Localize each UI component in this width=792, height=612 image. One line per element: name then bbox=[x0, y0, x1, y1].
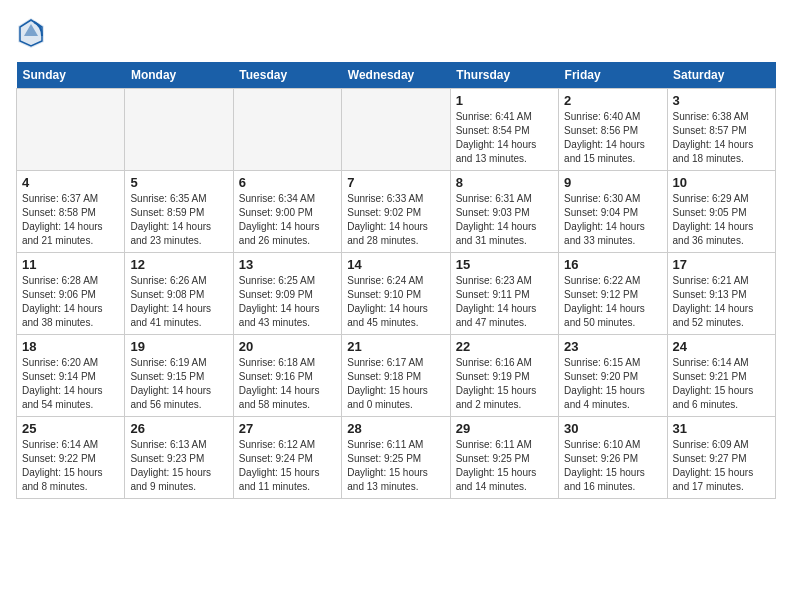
day-info: Sunrise: 6:24 AMSunset: 9:10 PMDaylight:… bbox=[347, 274, 444, 330]
calendar-day-cell: 28Sunrise: 6:11 AMSunset: 9:25 PMDayligh… bbox=[342, 417, 450, 499]
day-number: 31 bbox=[673, 421, 770, 436]
calendar-day-cell bbox=[125, 89, 233, 171]
day-of-week-header: Saturday bbox=[667, 62, 775, 89]
day-number: 8 bbox=[456, 175, 553, 190]
day-number: 12 bbox=[130, 257, 227, 272]
day-number: 18 bbox=[22, 339, 119, 354]
day-info: Sunrise: 6:38 AMSunset: 8:57 PMDaylight:… bbox=[673, 110, 770, 166]
day-number: 28 bbox=[347, 421, 444, 436]
day-info: Sunrise: 6:21 AMSunset: 9:13 PMDaylight:… bbox=[673, 274, 770, 330]
day-number: 29 bbox=[456, 421, 553, 436]
day-info: Sunrise: 6:34 AMSunset: 9:00 PMDaylight:… bbox=[239, 192, 336, 248]
calendar-day-cell: 27Sunrise: 6:12 AMSunset: 9:24 PMDayligh… bbox=[233, 417, 341, 499]
day-number: 30 bbox=[564, 421, 661, 436]
calendar-day-cell: 30Sunrise: 6:10 AMSunset: 9:26 PMDayligh… bbox=[559, 417, 667, 499]
logo-icon bbox=[16, 16, 46, 50]
day-number: 26 bbox=[130, 421, 227, 436]
calendar-day-cell: 22Sunrise: 6:16 AMSunset: 9:19 PMDayligh… bbox=[450, 335, 558, 417]
day-of-week-header: Sunday bbox=[17, 62, 125, 89]
calendar-day-cell: 18Sunrise: 6:20 AMSunset: 9:14 PMDayligh… bbox=[17, 335, 125, 417]
day-info: Sunrise: 6:30 AMSunset: 9:04 PMDaylight:… bbox=[564, 192, 661, 248]
calendar-header-row: SundayMondayTuesdayWednesdayThursdayFrid… bbox=[17, 62, 776, 89]
day-info: Sunrise: 6:33 AMSunset: 9:02 PMDaylight:… bbox=[347, 192, 444, 248]
day-of-week-header: Friday bbox=[559, 62, 667, 89]
calendar-week-row: 25Sunrise: 6:14 AMSunset: 9:22 PMDayligh… bbox=[17, 417, 776, 499]
day-info: Sunrise: 6:16 AMSunset: 9:19 PMDaylight:… bbox=[456, 356, 553, 412]
day-info: Sunrise: 6:23 AMSunset: 9:11 PMDaylight:… bbox=[456, 274, 553, 330]
day-info: Sunrise: 6:18 AMSunset: 9:16 PMDaylight:… bbox=[239, 356, 336, 412]
calendar-day-cell: 7Sunrise: 6:33 AMSunset: 9:02 PMDaylight… bbox=[342, 171, 450, 253]
calendar-day-cell: 20Sunrise: 6:18 AMSunset: 9:16 PMDayligh… bbox=[233, 335, 341, 417]
day-info: Sunrise: 6:19 AMSunset: 9:15 PMDaylight:… bbox=[130, 356, 227, 412]
calendar-day-cell: 29Sunrise: 6:11 AMSunset: 9:25 PMDayligh… bbox=[450, 417, 558, 499]
calendar-day-cell: 21Sunrise: 6:17 AMSunset: 9:18 PMDayligh… bbox=[342, 335, 450, 417]
day-number: 27 bbox=[239, 421, 336, 436]
calendar-day-cell bbox=[342, 89, 450, 171]
calendar-day-cell: 25Sunrise: 6:14 AMSunset: 9:22 PMDayligh… bbox=[17, 417, 125, 499]
day-info: Sunrise: 6:13 AMSunset: 9:23 PMDaylight:… bbox=[130, 438, 227, 494]
day-number: 16 bbox=[564, 257, 661, 272]
day-info: Sunrise: 6:40 AMSunset: 8:56 PMDaylight:… bbox=[564, 110, 661, 166]
calendar-day-cell: 16Sunrise: 6:22 AMSunset: 9:12 PMDayligh… bbox=[559, 253, 667, 335]
day-info: Sunrise: 6:29 AMSunset: 9:05 PMDaylight:… bbox=[673, 192, 770, 248]
day-number: 25 bbox=[22, 421, 119, 436]
day-info: Sunrise: 6:14 AMSunset: 9:21 PMDaylight:… bbox=[673, 356, 770, 412]
calendar-day-cell: 13Sunrise: 6:25 AMSunset: 9:09 PMDayligh… bbox=[233, 253, 341, 335]
calendar-day-cell: 19Sunrise: 6:19 AMSunset: 9:15 PMDayligh… bbox=[125, 335, 233, 417]
day-number: 3 bbox=[673, 93, 770, 108]
day-info: Sunrise: 6:12 AMSunset: 9:24 PMDaylight:… bbox=[239, 438, 336, 494]
day-number: 9 bbox=[564, 175, 661, 190]
calendar-day-cell: 9Sunrise: 6:30 AMSunset: 9:04 PMDaylight… bbox=[559, 171, 667, 253]
calendar-week-row: 1Sunrise: 6:41 AMSunset: 8:54 PMDaylight… bbox=[17, 89, 776, 171]
calendar-table: SundayMondayTuesdayWednesdayThursdayFrid… bbox=[16, 62, 776, 499]
day-of-week-header: Tuesday bbox=[233, 62, 341, 89]
day-number: 10 bbox=[673, 175, 770, 190]
calendar-day-cell: 15Sunrise: 6:23 AMSunset: 9:11 PMDayligh… bbox=[450, 253, 558, 335]
day-info: Sunrise: 6:31 AMSunset: 9:03 PMDaylight:… bbox=[456, 192, 553, 248]
day-of-week-header: Monday bbox=[125, 62, 233, 89]
day-number: 5 bbox=[130, 175, 227, 190]
day-of-week-header: Wednesday bbox=[342, 62, 450, 89]
calendar-day-cell: 23Sunrise: 6:15 AMSunset: 9:20 PMDayligh… bbox=[559, 335, 667, 417]
day-info: Sunrise: 6:22 AMSunset: 9:12 PMDaylight:… bbox=[564, 274, 661, 330]
calendar-day-cell: 4Sunrise: 6:37 AMSunset: 8:58 PMDaylight… bbox=[17, 171, 125, 253]
calendar-day-cell: 8Sunrise: 6:31 AMSunset: 9:03 PMDaylight… bbox=[450, 171, 558, 253]
day-number: 22 bbox=[456, 339, 553, 354]
day-number: 17 bbox=[673, 257, 770, 272]
calendar-week-row: 11Sunrise: 6:28 AMSunset: 9:06 PMDayligh… bbox=[17, 253, 776, 335]
day-info: Sunrise: 6:11 AMSunset: 9:25 PMDaylight:… bbox=[347, 438, 444, 494]
day-number: 4 bbox=[22, 175, 119, 190]
calendar-day-cell: 5Sunrise: 6:35 AMSunset: 8:59 PMDaylight… bbox=[125, 171, 233, 253]
calendar-day-cell: 1Sunrise: 6:41 AMSunset: 8:54 PMDaylight… bbox=[450, 89, 558, 171]
day-info: Sunrise: 6:37 AMSunset: 8:58 PMDaylight:… bbox=[22, 192, 119, 248]
calendar-day-cell bbox=[17, 89, 125, 171]
day-number: 6 bbox=[239, 175, 336, 190]
calendar-day-cell: 2Sunrise: 6:40 AMSunset: 8:56 PMDaylight… bbox=[559, 89, 667, 171]
logo bbox=[16, 16, 50, 50]
day-info: Sunrise: 6:41 AMSunset: 8:54 PMDaylight:… bbox=[456, 110, 553, 166]
calendar-day-cell: 12Sunrise: 6:26 AMSunset: 9:08 PMDayligh… bbox=[125, 253, 233, 335]
day-number: 20 bbox=[239, 339, 336, 354]
day-info: Sunrise: 6:17 AMSunset: 9:18 PMDaylight:… bbox=[347, 356, 444, 412]
day-of-week-header: Thursday bbox=[450, 62, 558, 89]
calendar-day-cell: 10Sunrise: 6:29 AMSunset: 9:05 PMDayligh… bbox=[667, 171, 775, 253]
day-number: 2 bbox=[564, 93, 661, 108]
day-info: Sunrise: 6:20 AMSunset: 9:14 PMDaylight:… bbox=[22, 356, 119, 412]
day-info: Sunrise: 6:11 AMSunset: 9:25 PMDaylight:… bbox=[456, 438, 553, 494]
calendar-day-cell: 3Sunrise: 6:38 AMSunset: 8:57 PMDaylight… bbox=[667, 89, 775, 171]
day-info: Sunrise: 6:26 AMSunset: 9:08 PMDaylight:… bbox=[130, 274, 227, 330]
day-number: 1 bbox=[456, 93, 553, 108]
calendar-day-cell: 14Sunrise: 6:24 AMSunset: 9:10 PMDayligh… bbox=[342, 253, 450, 335]
day-number: 19 bbox=[130, 339, 227, 354]
day-number: 24 bbox=[673, 339, 770, 354]
day-info: Sunrise: 6:14 AMSunset: 9:22 PMDaylight:… bbox=[22, 438, 119, 494]
day-number: 21 bbox=[347, 339, 444, 354]
calendar-week-row: 18Sunrise: 6:20 AMSunset: 9:14 PMDayligh… bbox=[17, 335, 776, 417]
day-info: Sunrise: 6:35 AMSunset: 8:59 PMDaylight:… bbox=[130, 192, 227, 248]
calendar-day-cell: 24Sunrise: 6:14 AMSunset: 9:21 PMDayligh… bbox=[667, 335, 775, 417]
day-number: 15 bbox=[456, 257, 553, 272]
day-info: Sunrise: 6:15 AMSunset: 9:20 PMDaylight:… bbox=[564, 356, 661, 412]
day-info: Sunrise: 6:09 AMSunset: 9:27 PMDaylight:… bbox=[673, 438, 770, 494]
calendar-day-cell bbox=[233, 89, 341, 171]
day-number: 13 bbox=[239, 257, 336, 272]
